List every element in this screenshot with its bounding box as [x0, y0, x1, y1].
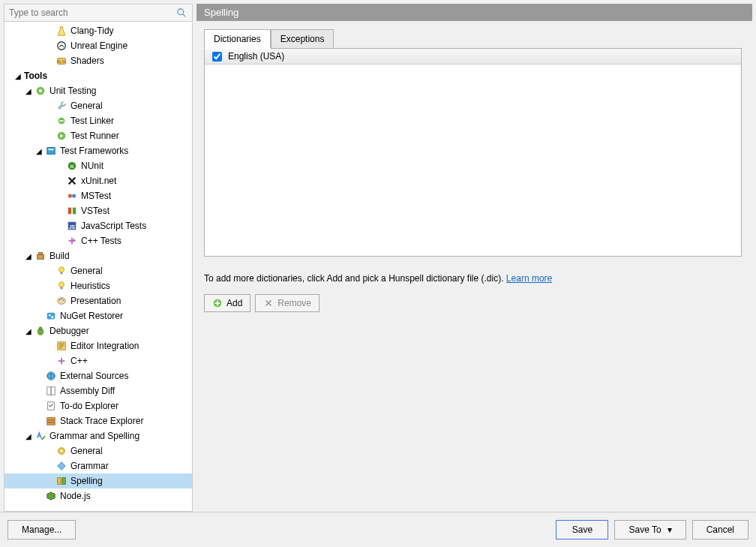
tree-item-heuristics[interactable]: Heuristics: [4, 278, 192, 293]
palette-icon: [56, 295, 68, 307]
tab-dictionaries[interactable]: Dictionaries: [204, 29, 271, 49]
content-panel: Spelling Dictionaries Exceptions English…: [196, 4, 752, 512]
search-box: [4, 5, 192, 22]
mstest-icon: [66, 190, 78, 202]
save-to-button[interactable]: Save To ▾: [614, 520, 686, 539]
frameworks-icon: [45, 145, 57, 157]
svg-point-6: [39, 89, 42, 92]
search-input[interactable]: [4, 5, 176, 21]
nuget-icon: [45, 310, 57, 322]
stack-icon: [45, 415, 57, 427]
page-title: Spelling: [196, 4, 752, 21]
tree-item-js-tests[interactable]: JSJavaScript Tests: [4, 218, 192, 233]
tree-item-build[interactable]: ◢Build: [4, 248, 192, 263]
chevron-down-icon[interactable]: ◢: [24, 431, 33, 440]
tree-item-debugger[interactable]: ◢Debugger: [4, 323, 192, 338]
settings-tree[interactable]: Clang-Tidy Unreal Engine HLSLShaders ◢To…: [4, 22, 192, 511]
tree-item-grammar-spell[interactable]: ◢Grammar and Spelling: [4, 428, 192, 443]
svg-rect-44: [47, 418, 56, 420]
dict-checkbox[interactable]: [212, 52, 222, 62]
svg-rect-20: [38, 253, 42, 255]
svg-point-27: [61, 299, 62, 300]
tree-item-unit-testing[interactable]: ◢Unit Testing: [4, 83, 192, 98]
add-button[interactable]: Add: [204, 294, 250, 312]
svg-rect-24: [60, 287, 63, 290]
hint-text: To add more dictionaries, click Add and …: [204, 273, 742, 284]
tree-item-unreal[interactable]: Unreal Engine: [4, 38, 192, 53]
svg-text:n: n: [70, 164, 74, 169]
gear-icon: [56, 445, 68, 457]
tree-item-nuget[interactable]: NuGet Restorer: [4, 308, 192, 323]
tree-item-clang-tidy[interactable]: Clang-Tidy: [4, 23, 192, 38]
svg-rect-16: [73, 208, 76, 215]
svg-text:JS: JS: [69, 224, 76, 230]
list-item[interactable]: English (USA): [205, 49, 741, 65]
learn-more-link[interactable]: Learn more: [506, 273, 552, 284]
svg-rect-29: [47, 313, 56, 320]
tree-item-todo[interactable]: To-do Explorer: [4, 398, 192, 413]
wrench-icon: [56, 100, 68, 112]
x-icon: [263, 298, 274, 308]
svg-point-13: [68, 194, 72, 197]
tree-item-gs-general[interactable]: General: [4, 443, 192, 458]
tree-item-asm-diff[interactable]: Assembly Diff: [4, 383, 192, 398]
link-icon: [56, 115, 68, 127]
svg-rect-42: [51, 387, 55, 395]
tree-item-nodejs[interactable]: Node.js: [4, 488, 192, 503]
chevron-down-icon[interactable]: ◢: [24, 251, 33, 260]
svg-rect-49: [58, 478, 61, 485]
tab-exceptions[interactable]: Exceptions: [271, 29, 334, 49]
svg-point-28: [63, 299, 64, 301]
chevron-down-icon[interactable]: ◢: [34, 146, 44, 155]
tree-item-spelling[interactable]: Spelling: [4, 473, 192, 488]
chevron-down-icon[interactable]: ◢: [24, 326, 33, 335]
tree-item-ext-src[interactable]: External Sources: [4, 368, 192, 383]
nodejs-icon: [45, 490, 57, 502]
tree-item-stack[interactable]: Stack Trace Explorer: [4, 413, 192, 428]
play-icon: [56, 130, 68, 142]
svg-rect-19: [38, 254, 44, 259]
tree-item-build-general[interactable]: General: [4, 263, 192, 278]
tree-item-ut-general[interactable]: General: [4, 98, 192, 113]
todo-icon: [45, 400, 57, 412]
dictionary-list[interactable]: English (USA): [204, 48, 742, 257]
tree-item-cpp-tests[interactable]: C++ Tests: [4, 233, 192, 248]
cancel-button[interactable]: Cancel: [692, 520, 748, 539]
tree-item-presentation[interactable]: Presentation: [4, 293, 192, 308]
vstest-icon: [66, 205, 78, 217]
svg-point-31: [51, 316, 54, 319]
save-button[interactable]: Save: [556, 520, 608, 539]
tree-item-cpp[interactable]: C++: [4, 353, 192, 368]
tree-item-editor-int[interactable]: Editor Integration: [4, 338, 192, 353]
remove-button[interactable]: Remove: [255, 294, 320, 312]
plus-icon: [212, 298, 223, 308]
spell-icon: [34, 430, 46, 442]
editor-icon: [56, 340, 68, 352]
chevron-down-icon[interactable]: ◢: [24, 86, 33, 95]
svg-point-14: [72, 194, 76, 197]
unit-test-icon: [34, 85, 46, 97]
chevron-down-icon: ▾: [668, 524, 672, 535]
tree-item-nunit[interactable]: nNUnit: [4, 158, 192, 173]
chevron-down-icon[interactable]: ◢: [14, 71, 22, 80]
tree-item-test-frameworks[interactable]: ◢Test Frameworks: [4, 143, 192, 158]
tree-item-shaders[interactable]: HLSLShaders: [4, 53, 192, 68]
manage-button[interactable]: Manage...: [8, 520, 76, 539]
search-icon[interactable]: [176, 7, 188, 19]
svg-rect-22: [60, 272, 63, 275]
bulb-icon: [56, 265, 68, 277]
tree-item-tools[interactable]: ◢Tools: [4, 68, 192, 83]
bottom-bar: Manage... Save Save To ▾ Cancel: [0, 512, 756, 547]
svg-rect-45: [47, 420, 56, 422]
tree-item-vstest[interactable]: VSTest: [4, 203, 192, 218]
svg-rect-46: [47, 423, 56, 425]
tree-item-test-linker[interactable]: Test Linker: [4, 113, 192, 128]
tree-item-grammar[interactable]: Grammar: [4, 458, 192, 473]
dict-label: English (USA): [228, 51, 284, 62]
svg-point-30: [49, 314, 51, 317]
tree-item-mstest[interactable]: MSTest: [4, 188, 192, 203]
tree-item-test-runner[interactable]: Test Runner: [4, 128, 192, 143]
cpp-icon: [56, 355, 68, 367]
tree-item-xunit[interactable]: xUnit.net: [4, 173, 192, 188]
shaders-icon: HLSL: [56, 55, 68, 67]
